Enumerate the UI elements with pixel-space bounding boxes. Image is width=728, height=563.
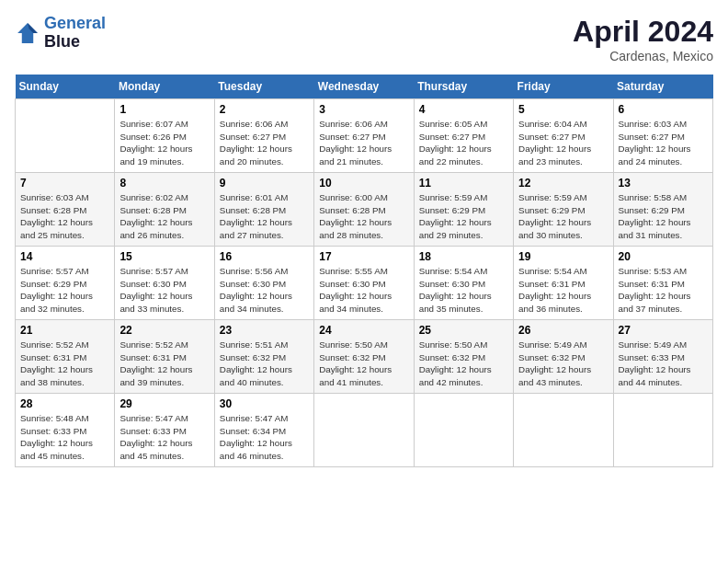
day-info: Sunrise: 5:49 AM Sunset: 6:32 PM Dayligh… xyxy=(518,339,608,389)
title-block: April 2024 Cardenas, Mexico xyxy=(573,15,713,63)
location-subtitle: Cardenas, Mexico xyxy=(573,49,713,63)
calendar-day-cell: 21Sunrise: 5:52 AM Sunset: 6:31 PM Dayli… xyxy=(16,320,115,394)
day-info: Sunrise: 5:59 AM Sunset: 6:29 PM Dayligh… xyxy=(419,191,508,242)
calendar-day-cell: 29Sunrise: 5:47 AM Sunset: 6:33 PM Dayli… xyxy=(115,394,214,467)
day-number: 12 xyxy=(518,177,608,190)
day-number: 23 xyxy=(220,324,309,337)
day-number: 1 xyxy=(119,103,209,116)
calendar-day-cell: 11Sunrise: 5:59 AM Sunset: 6:29 PM Dayli… xyxy=(414,173,513,247)
calendar-day-cell: 16Sunrise: 5:56 AM Sunset: 6:30 PM Dayli… xyxy=(214,247,313,320)
weekday-header-row: SundayMondayTuesdayWednesdayThursdayFrid… xyxy=(16,75,713,99)
calendar-day-cell xyxy=(514,394,613,467)
calendar-week-row: 28Sunrise: 5:48 AM Sunset: 6:33 PM Dayli… xyxy=(16,394,713,467)
calendar-day-cell: 5Sunrise: 6:04 AM Sunset: 6:27 PM Daylig… xyxy=(514,99,613,173)
calendar-day-cell: 14Sunrise: 5:57 AM Sunset: 6:29 PM Dayli… xyxy=(16,247,115,320)
day-info: Sunrise: 5:52 AM Sunset: 6:31 PM Dayligh… xyxy=(20,339,109,389)
logo-text: General Blue xyxy=(44,15,106,52)
calendar-table: SundayMondayTuesdayWednesdayThursdayFrid… xyxy=(15,75,713,467)
calendar-day-cell: 27Sunrise: 5:49 AM Sunset: 6:33 PM Dayli… xyxy=(613,320,712,394)
day-info: Sunrise: 5:59 AM Sunset: 6:29 PM Dayligh… xyxy=(518,191,608,242)
day-number: 14 xyxy=(20,250,109,263)
day-info: Sunrise: 5:54 AM Sunset: 6:30 PM Dayligh… xyxy=(419,265,508,316)
calendar-day-cell xyxy=(314,394,414,467)
day-number: 29 xyxy=(119,397,209,410)
day-number: 10 xyxy=(319,177,408,190)
day-number: 6 xyxy=(619,103,708,116)
calendar-day-cell: 28Sunrise: 5:48 AM Sunset: 6:33 PM Dayli… xyxy=(16,394,115,467)
day-info: Sunrise: 5:50 AM Sunset: 6:32 PM Dayligh… xyxy=(419,339,508,389)
day-number: 3 xyxy=(319,103,408,116)
day-number: 26 xyxy=(518,324,608,337)
calendar-day-cell: 2Sunrise: 6:06 AM Sunset: 6:27 PM Daylig… xyxy=(214,99,313,173)
calendar-day-cell: 8Sunrise: 6:02 AM Sunset: 6:28 PM Daylig… xyxy=(115,173,214,247)
day-number: 11 xyxy=(419,177,508,190)
day-info: Sunrise: 6:00 AM Sunset: 6:28 PM Dayligh… xyxy=(319,191,408,242)
day-number: 21 xyxy=(20,324,109,337)
month-year-title: April 2024 xyxy=(573,15,713,49)
calendar-day-cell: 18Sunrise: 5:54 AM Sunset: 6:30 PM Dayli… xyxy=(414,247,513,320)
day-number: 13 xyxy=(619,177,708,190)
weekday-header-cell: Tuesday xyxy=(214,75,313,99)
day-info: Sunrise: 5:47 AM Sunset: 6:33 PM Dayligh… xyxy=(119,412,209,463)
day-info: Sunrise: 5:48 AM Sunset: 6:33 PM Dayligh… xyxy=(20,412,109,463)
day-number: 5 xyxy=(518,103,608,116)
calendar-day-cell: 24Sunrise: 5:50 AM Sunset: 6:32 PM Dayli… xyxy=(314,320,414,394)
calendar-week-row: 7Sunrise: 6:03 AM Sunset: 6:28 PM Daylig… xyxy=(16,173,713,247)
day-number: 18 xyxy=(419,250,508,263)
day-number: 27 xyxy=(619,324,708,337)
calendar-week-row: 21Sunrise: 5:52 AM Sunset: 6:31 PM Dayli… xyxy=(16,320,713,394)
calendar-day-cell: 9Sunrise: 6:01 AM Sunset: 6:28 PM Daylig… xyxy=(214,173,313,247)
calendar-day-cell: 7Sunrise: 6:03 AM Sunset: 6:28 PM Daylig… xyxy=(16,173,115,247)
weekday-header-cell: Saturday xyxy=(613,75,712,99)
calendar-week-row: 14Sunrise: 5:57 AM Sunset: 6:29 PM Dayli… xyxy=(16,247,713,320)
day-info: Sunrise: 5:52 AM Sunset: 6:31 PM Dayligh… xyxy=(119,339,209,389)
day-info: Sunrise: 6:03 AM Sunset: 6:27 PM Dayligh… xyxy=(619,118,708,168)
calendar-day-cell: 10Sunrise: 6:00 AM Sunset: 6:28 PM Dayli… xyxy=(314,173,414,247)
day-info: Sunrise: 5:58 AM Sunset: 6:29 PM Dayligh… xyxy=(619,191,708,242)
weekday-header-cell: Monday xyxy=(115,75,214,99)
calendar-day-cell: 30Sunrise: 5:47 AM Sunset: 6:34 PM Dayli… xyxy=(214,394,313,467)
calendar-day-cell xyxy=(414,394,513,467)
logo: General Blue xyxy=(15,15,106,52)
calendar-day-cell: 23Sunrise: 5:51 AM Sunset: 6:32 PM Dayli… xyxy=(214,320,313,394)
page-header: General Blue April 2024 Cardenas, Mexico xyxy=(15,15,713,63)
calendar-day-cell xyxy=(613,394,712,467)
calendar-day-cell: 17Sunrise: 5:55 AM Sunset: 6:30 PM Dayli… xyxy=(314,247,414,320)
day-info: Sunrise: 6:04 AM Sunset: 6:27 PM Dayligh… xyxy=(518,118,608,168)
logo-icon xyxy=(15,20,40,46)
day-info: Sunrise: 6:07 AM Sunset: 6:26 PM Dayligh… xyxy=(119,118,209,168)
day-number: 28 xyxy=(20,397,109,410)
day-info: Sunrise: 5:56 AM Sunset: 6:30 PM Dayligh… xyxy=(220,265,309,316)
calendar-day-cell: 12Sunrise: 5:59 AM Sunset: 6:29 PM Dayli… xyxy=(514,173,613,247)
day-number: 16 xyxy=(220,250,309,263)
day-info: Sunrise: 5:57 AM Sunset: 6:30 PM Dayligh… xyxy=(119,265,209,316)
day-number: 7 xyxy=(20,177,109,190)
day-info: Sunrise: 6:05 AM Sunset: 6:27 PM Dayligh… xyxy=(419,118,508,168)
day-number: 22 xyxy=(119,324,209,337)
calendar-day-cell: 4Sunrise: 6:05 AM Sunset: 6:27 PM Daylig… xyxy=(414,99,513,173)
day-info: Sunrise: 6:03 AM Sunset: 6:28 PM Dayligh… xyxy=(20,191,109,242)
day-number: 4 xyxy=(419,103,508,116)
calendar-day-cell xyxy=(16,99,115,173)
day-number: 17 xyxy=(319,250,408,263)
day-info: Sunrise: 5:54 AM Sunset: 6:31 PM Dayligh… xyxy=(518,265,608,316)
day-info: Sunrise: 5:49 AM Sunset: 6:33 PM Dayligh… xyxy=(619,339,708,389)
calendar-body: 1Sunrise: 6:07 AM Sunset: 6:26 PM Daylig… xyxy=(16,99,713,467)
calendar-day-cell: 25Sunrise: 5:50 AM Sunset: 6:32 PM Dayli… xyxy=(414,320,513,394)
weekday-header-cell: Thursday xyxy=(414,75,513,99)
day-info: Sunrise: 5:51 AM Sunset: 6:32 PM Dayligh… xyxy=(220,339,309,389)
day-number: 8 xyxy=(119,177,209,190)
calendar-day-cell: 26Sunrise: 5:49 AM Sunset: 6:32 PM Dayli… xyxy=(514,320,613,394)
day-number: 20 xyxy=(619,250,708,263)
day-number: 25 xyxy=(419,324,508,337)
day-number: 15 xyxy=(119,250,209,263)
weekday-header-cell: Friday xyxy=(514,75,613,99)
calendar-day-cell: 13Sunrise: 5:58 AM Sunset: 6:29 PM Dayli… xyxy=(613,173,712,247)
calendar-day-cell: 6Sunrise: 6:03 AM Sunset: 6:27 PM Daylig… xyxy=(613,99,712,173)
weekday-header-cell: Wednesday xyxy=(314,75,414,99)
calendar-day-cell: 3Sunrise: 6:06 AM Sunset: 6:27 PM Daylig… xyxy=(314,99,414,173)
day-info: Sunrise: 5:53 AM Sunset: 6:31 PM Dayligh… xyxy=(619,265,708,316)
weekday-header-cell: Sunday xyxy=(16,75,115,99)
calendar-day-cell: 15Sunrise: 5:57 AM Sunset: 6:30 PM Dayli… xyxy=(115,247,214,320)
calendar-day-cell: 22Sunrise: 5:52 AM Sunset: 6:31 PM Dayli… xyxy=(115,320,214,394)
